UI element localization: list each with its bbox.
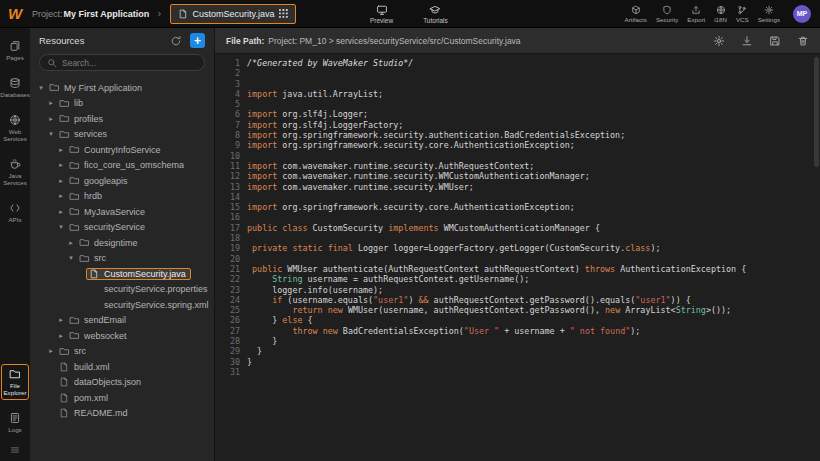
tutorials-label: Tutorials bbox=[423, 17, 448, 24]
grid-icon[interactable] bbox=[279, 9, 288, 18]
rail-item-java-services[interactable]: Java Services bbox=[1, 154, 29, 190]
resources-header: Resources + bbox=[30, 28, 214, 53]
tree-item-src[interactable]: ▾src bbox=[30, 251, 214, 267]
folder-icon bbox=[69, 191, 82, 202]
tree-item-box: CountryInfoService bbox=[66, 143, 166, 156]
search-box bbox=[39, 54, 205, 71]
code-line bbox=[247, 192, 820, 202]
chevron-down-icon[interactable]: ▾ bbox=[66, 254, 76, 262]
search-input[interactable] bbox=[62, 58, 197, 68]
security-button[interactable]: Security bbox=[656, 5, 678, 23]
tree-item-label: websocket bbox=[82, 331, 127, 341]
trash-icon[interactable] bbox=[797, 35, 809, 47]
databases-icon bbox=[9, 77, 21, 89]
tree-item-my-first-application[interactable]: ▾My First Application bbox=[30, 80, 214, 96]
editor-scrollbar[interactable] bbox=[814, 57, 819, 458]
rail-item-file-explorer[interactable]: File Explorer bbox=[1, 364, 29, 400]
tree-item-profiles[interactable]: ▸profiles bbox=[30, 111, 214, 127]
wavemaker-logo-icon[interactable]: W bbox=[0, 0, 30, 28]
tree-item-readme-md[interactable]: README.md bbox=[30, 406, 214, 422]
code-content: /*Generated by WaveMaker Studio*/ import… bbox=[247, 58, 820, 461]
tree-item-box: websocket bbox=[66, 329, 132, 342]
tree-item-label: CustomSecurity.java bbox=[102, 269, 186, 279]
tree-item-box: src bbox=[76, 252, 111, 265]
code-line: import com.wavemaker.runtime.security.Au… bbox=[247, 161, 820, 171]
chevron-right-icon[interactable]: ▸ bbox=[46, 99, 56, 107]
chevron-right-icon[interactable]: ▸ bbox=[56, 192, 66, 200]
tree-item-src[interactable]: ▸src bbox=[30, 344, 214, 360]
tree-item-securityservice[interactable]: ▾securityService bbox=[30, 220, 214, 236]
rail-item-pages[interactable]: Pages bbox=[1, 36, 29, 65]
tree-item-lib[interactable]: ▸lib bbox=[30, 96, 214, 112]
chevron-right-icon[interactable]: ▸ bbox=[56, 316, 66, 324]
gear-icon[interactable] bbox=[713, 35, 725, 47]
artifacts-button[interactable]: Artifacts bbox=[625, 5, 647, 23]
preview-button[interactable]: Preview bbox=[370, 4, 393, 24]
code-editor[interactable]: 1234567891011121314151617181920212223242… bbox=[215, 54, 820, 461]
code-line: return new WMUser(username, authRequestC… bbox=[247, 305, 820, 315]
project-label: Project: bbox=[32, 9, 63, 19]
folder-icon bbox=[59, 346, 72, 357]
file-icon bbox=[59, 362, 72, 372]
tree-item-fico-core-us-omschema[interactable]: ▸fico_core_us_omschema bbox=[30, 158, 214, 174]
tree-item-label: lib bbox=[72, 98, 83, 108]
download-icon[interactable] bbox=[741, 35, 753, 47]
folder-icon bbox=[69, 315, 82, 326]
chevron-right-icon[interactable]: ▸ bbox=[56, 332, 66, 340]
tree-item-box: dataObjects.json bbox=[56, 376, 146, 388]
tree-item-services[interactable]: ▾services bbox=[30, 127, 214, 143]
tree-item-pom-xml[interactable]: pom.xml bbox=[30, 390, 214, 406]
i18n-button[interactable]: i18N bbox=[714, 5, 727, 23]
code-line: public WMUser authenticate(AuthRequestCo… bbox=[247, 264, 820, 274]
tree-item-securityservice-properties[interactable]: securityService.properties bbox=[30, 282, 214, 298]
tree-item-label: CountryInfoService bbox=[82, 145, 161, 155]
chevron-right-icon[interactable]: ▸ bbox=[56, 146, 66, 154]
tree-item-label: designtime bbox=[92, 238, 138, 248]
rail-item-logs[interactable]: Logs bbox=[1, 408, 29, 437]
chevron-down-icon[interactable]: ▾ bbox=[56, 223, 66, 231]
tab-customsecurity-java[interactable]: CustomSecurity.java bbox=[170, 4, 297, 24]
code-line: } else { bbox=[247, 315, 820, 325]
refresh-icon[interactable] bbox=[170, 35, 182, 47]
chevron-down-icon[interactable]: ▾ bbox=[36, 84, 46, 92]
avatar[interactable]: MP bbox=[793, 5, 811, 23]
chevron-right-icon[interactable]: ▸ bbox=[46, 347, 56, 355]
vcs-button[interactable]: VCS bbox=[736, 5, 749, 23]
tree-item-myjavaservice[interactable]: ▸MyJavaService bbox=[30, 204, 214, 220]
tree-item-designtime[interactable]: ▸designtime bbox=[30, 235, 214, 251]
tree-item-dataobjects-json[interactable]: dataObjects.json bbox=[30, 375, 214, 391]
tree-item-googleapis[interactable]: ▸googleapis bbox=[30, 173, 214, 189]
tree-item-securityservice-spring-xml[interactable]: securityService.spring.xml bbox=[30, 297, 214, 313]
chevron-right-icon[interactable]: ▸ bbox=[66, 239, 76, 247]
line-number: 10 bbox=[215, 151, 240, 161]
rail-item-web-services[interactable]: Web Services bbox=[1, 110, 29, 146]
chevron-right-icon[interactable]: ▸ bbox=[56, 177, 66, 185]
export-button[interactable]: Export bbox=[687, 5, 705, 23]
code-line: import org.springframework.security.core… bbox=[247, 202, 820, 212]
chevron-right-icon[interactable]: ▸ bbox=[46, 115, 56, 123]
tree-item-build-xml[interactable]: build.xml bbox=[30, 359, 214, 375]
security-label: Security bbox=[656, 16, 678, 23]
menu-icon[interactable] bbox=[9, 444, 21, 456]
save-icon[interactable] bbox=[769, 35, 781, 47]
settings-button[interactable]: Settings bbox=[758, 5, 780, 23]
chevron-right-icon[interactable]: ▸ bbox=[56, 208, 66, 216]
add-resource-button[interactable]: + bbox=[190, 33, 205, 48]
tree-item-sendemail[interactable]: ▸sendEmail bbox=[30, 313, 214, 329]
tree-item-customsecurity-java[interactable]: CustomSecurity.java bbox=[30, 266, 214, 282]
scrollbar-thumb[interactable] bbox=[814, 57, 819, 167]
line-number: 21 bbox=[215, 264, 240, 274]
chevron-right-icon: › bbox=[157, 7, 161, 20]
tree-item-websocket[interactable]: ▸websocket bbox=[30, 328, 214, 344]
chevron-down-icon[interactable]: ▾ bbox=[46, 130, 56, 138]
tree-item-countryinfoservice[interactable]: ▸CountryInfoService bbox=[30, 142, 214, 158]
rail-item-apis[interactable]: APIs bbox=[1, 198, 29, 227]
rail-bottom-group: File ExplorerLogs bbox=[0, 364, 30, 437]
chevron-right-icon[interactable]: ▸ bbox=[56, 161, 66, 169]
java-services-icon bbox=[9, 158, 21, 170]
tutorials-button[interactable]: Tutorials bbox=[423, 4, 448, 24]
i18n-label: i18N bbox=[714, 16, 727, 23]
tree-item-hrdb[interactable]: ▸hrdb bbox=[30, 189, 214, 205]
vcs-label: VCS bbox=[736, 16, 749, 23]
rail-item-databases[interactable]: Databases bbox=[1, 73, 29, 102]
